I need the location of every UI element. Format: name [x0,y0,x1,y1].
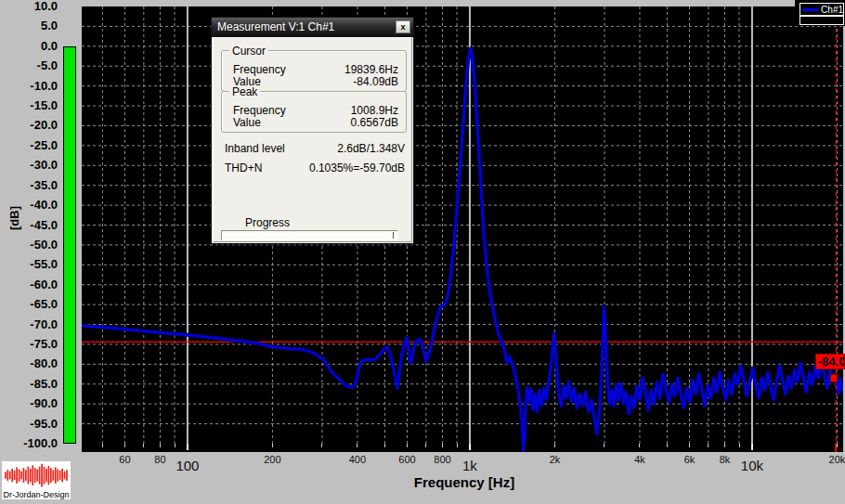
x-tick-label: 60 [110,454,138,465]
x-minor-tick [407,444,408,447]
y-tick-label: -10.0 [2,79,58,93]
x-minor-tick [724,444,725,447]
y-tick-label: -30.0 [2,158,58,172]
x-tick-label: 600 [393,454,421,465]
y-tick-label: -15.0 [2,98,58,112]
dialog-title: Measurement V:1 Ch#1 [217,20,334,33]
cursor-value-badge: -84.0 [815,354,845,369]
close-button[interactable]: x [396,20,410,33]
spectrum-canvas[interactable] [82,6,843,444]
peak-frequency-row: Frequency 1008.9Hz [222,104,406,116]
x-tick-label: 6k [676,454,704,465]
x-axis-title: Frequency [Hz] [334,474,594,490]
inband-level-label: Inband level [225,142,285,155]
x-minor-tick [689,444,690,447]
legend-ch1-color-swatch [802,8,818,11]
close-icon: x [400,22,405,32]
cursor-group-title: Cursor [229,45,268,58]
x-minor-tick [272,444,273,447]
legend-ch1-label: Ch#1 [821,5,843,15]
y-tick-label: -65.0 [2,297,58,311]
x-tick-label: 800 [428,454,456,465]
x-minor-tick [321,444,322,447]
x-axis-band [82,444,843,452]
x-minor-tick [708,444,708,447]
cursor-frequency-value: 19839.6Hz [344,63,398,76]
cursor-frequency-label: Frequency [233,63,286,76]
x-minor-tick [639,444,640,447]
x-minor-tick [357,444,358,447]
dialog-titlebar[interactable]: Measurement V:1 Ch#1 x [212,18,413,37]
y-tick-label: -95.0 [2,417,58,431]
y-tick-label: -60.0 [2,278,58,291]
x-tick-label: 4k [626,454,654,465]
thd-n-row: THD+N 0.1035%=-59.70dB [221,162,405,174]
inband-level-row: Inband level 2.6dB/1.348V [221,142,405,155]
x-decade-label: 10k [732,458,773,473]
dr-jordan-design-logo: Dr-Jordan-Design [2,461,71,499]
y-tick-label: 5.0 [2,19,58,32]
x-major-tick [751,444,753,450]
x-tick-label: 20k [823,454,845,465]
x-decade-label: 100 [167,458,208,473]
peak-groupbox: Peak Frequency 1008.9Hz Value 0.6567dB [221,91,407,133]
cursor-frequency-row: Frequency 19839.6Hz [222,63,406,75]
cursor-value-value: -84.09dB [353,75,398,88]
x-minor-tick [604,444,604,447]
x-major-tick [469,444,471,450]
x-minor-tick [160,444,161,447]
cursor-tick [835,444,837,452]
logo-waveform-icon [2,461,71,489]
y-tick-label: -80.0 [2,356,58,370]
thd-n-label: THD+N [225,162,262,174]
peak-value-value: 0.6567dB [351,116,398,129]
x-minor-tick [124,444,125,447]
x-tick-label: 80 [146,454,174,465]
y-tick-label: -90.0 [2,396,58,410]
y-tick-label: -75.0 [2,337,58,351]
y-tick-label: 10.0 [2,0,58,13]
x-minor-tick [102,444,103,447]
x-minor-tick [739,444,740,447]
spectrum-plot[interactable] [82,6,843,444]
y-tick-label: -100.0 [2,436,58,450]
x-decade-label: 1k [449,458,490,473]
x-minor-tick [175,444,176,447]
x-tick-label: 8k [710,454,738,465]
cursor-marker [830,374,838,382]
x-minor-tick [554,444,555,447]
peak-frequency-label: Frequency [233,104,286,117]
x-minor-tick [442,444,443,447]
x-minor-tick [384,444,385,447]
peak-group-title: Peak [229,85,260,98]
thd-n-value: 0.1035%=-59.70dB [309,162,405,174]
y-tick-label: -20.0 [2,118,58,132]
logo-text: Dr-Jordan-Design [2,490,71,499]
x-minor-tick [457,444,458,447]
progress-tick [393,232,394,239]
y-tick-label: -85.0 [2,377,58,391]
legend-item-ch1[interactable]: Ch#1 [800,3,844,16]
x-major-tick [187,444,188,450]
peak-value-label: Value [233,116,261,129]
progress-bar [221,230,398,240]
measurement-dialog: Measurement V:1 Ch#1 x Cursor Frequency … [211,17,414,244]
y-axis-unit-label: [dB] [7,181,22,255]
app-window: 10.05.00.0-5.0-10.0-15.0-20.0-25.0-30.0-… [0,0,845,504]
progress-label: Progress [245,216,290,229]
y-tick-label: -70.0 [2,317,58,331]
x-minor-tick [143,444,144,447]
x-minor-tick [425,444,426,447]
trace-clip-tick [522,444,525,452]
y-tick-label: -25.0 [2,138,58,152]
x-tick-label: 2k [540,454,568,465]
peak-value-row: Value 0.6567dB [222,116,406,128]
y-tick-label: -55.0 [2,257,58,271]
x-tick-label: 400 [344,454,371,465]
x-minor-tick [667,444,668,447]
level-meter-bar [63,46,76,444]
dialog-body: Cursor Frequency 19839.6Hz Value -84.09d… [213,37,412,242]
inband-level-value: 2.6dB/1.348V [337,142,405,155]
y-tick-label: -5.0 [2,58,58,72]
x-tick-label: 200 [258,454,286,465]
